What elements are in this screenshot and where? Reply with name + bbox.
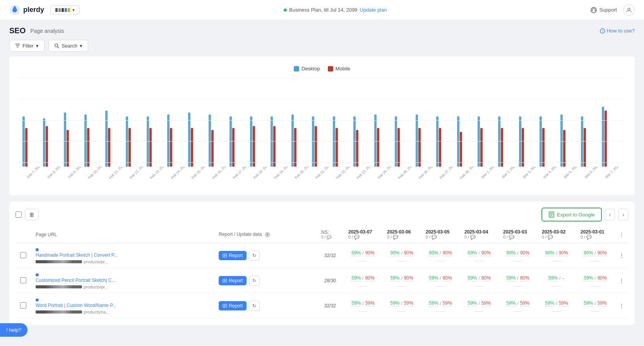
svg-point-2 bbox=[14, 6, 16, 9]
row-checkbox[interactable] bbox=[20, 252, 26, 258]
how-to-use-link[interactable]: ? How to use? bbox=[600, 28, 635, 34]
desktop-score: 59% bbox=[429, 300, 438, 307]
desktop-score: 90% bbox=[584, 250, 593, 256]
export-google-button[interactable]: Export to Google bbox=[541, 208, 602, 222]
next-icon: › bbox=[622, 211, 624, 218]
desktop-score: 59% bbox=[548, 275, 558, 281]
score-pair: 90% / 90% bbox=[426, 250, 455, 256]
delete-button[interactable]: 🗑 bbox=[25, 209, 39, 220]
chart-date-label: Mar 7, 2025 bbox=[605, 167, 625, 186]
mobile-score: 59% bbox=[481, 300, 491, 307]
row-checkbox[interactable] bbox=[20, 302, 26, 309]
desktop-score: 59% bbox=[351, 300, 361, 307]
score-pair: 59% / 59% bbox=[387, 300, 416, 307]
desktop-bar bbox=[209, 114, 211, 167]
score-cell-0: 69% / 90% ____ bbox=[344, 243, 382, 268]
help-floating-button[interactable]: ! help? bbox=[0, 323, 27, 325]
th-more: ⋮ bbox=[615, 226, 629, 243]
score-pair: 59% / 80% bbox=[387, 275, 416, 281]
score-cell-5: 59% / – ____ bbox=[537, 268, 576, 293]
bar-group bbox=[230, 116, 249, 167]
report-icon bbox=[223, 253, 227, 258]
next-page-button[interactable]: › bbox=[618, 209, 629, 220]
desktop-score: 59% bbox=[468, 275, 477, 281]
desktop-bar bbox=[457, 116, 459, 167]
bar-group bbox=[271, 116, 290, 167]
page-url-link[interactable]: Customized Pencil Portrait Sketch| C... bbox=[36, 278, 209, 283]
score-pair: 69% / 90% bbox=[464, 250, 494, 256]
mobile-checkbox[interactable] bbox=[328, 66, 333, 72]
score-cell-2: 59% / 80% ____ bbox=[421, 268, 460, 293]
bar-group bbox=[581, 116, 601, 167]
chart-area: Feb 7, 2025Feb 8, 2025Feb 9, 2025Feb 10,… bbox=[19, 78, 625, 186]
filter-label: Filter bbox=[22, 43, 34, 49]
report-icon bbox=[223, 278, 227, 283]
filter-button[interactable]: Filter ▾ bbox=[9, 40, 45, 52]
desktop-bar bbox=[64, 112, 66, 167]
page-url-link[interactable]: Handmade Portrait Sketch | Convert P... bbox=[36, 252, 209, 258]
report-help-icon[interactable]: ? bbox=[265, 232, 270, 237]
table-row: Word Portrait | Custom Word/Name P... pr… bbox=[15, 293, 629, 319]
score-pair: 69% / 90% bbox=[348, 250, 378, 256]
report-button[interactable]: Report bbox=[219, 251, 247, 260]
score-sub: ____ bbox=[581, 257, 610, 261]
th-page-url: Page URL bbox=[31, 226, 214, 243]
report-button[interactable]: Report bbox=[219, 276, 247, 285]
row-ns-cell: 32/32 bbox=[317, 243, 344, 268]
mobile-score: 90% bbox=[443, 250, 452, 256]
desktop-score: 59% bbox=[584, 275, 593, 281]
update-plan-link[interactable]: Update plan bbox=[360, 7, 387, 13]
svg-rect-13 bbox=[223, 279, 227, 282]
svg-point-6 bbox=[628, 8, 630, 10]
search-button[interactable]: Search ▾ bbox=[48, 40, 88, 52]
score-sub: ____ bbox=[542, 257, 571, 261]
url-sub: products/pr... bbox=[36, 259, 209, 264]
score-sub: ____ bbox=[503, 282, 533, 286]
url-bar-visual bbox=[36, 310, 82, 314]
score-cell-6: 90% / 90% ____ bbox=[576, 243, 615, 268]
row-ns-cell: 28/30 bbox=[317, 268, 344, 293]
refresh-button[interactable]: ↻ bbox=[249, 301, 260, 311]
row-url-cell: Word Portrait | Custom Word/Name P... pr… bbox=[31, 293, 214, 319]
desktop-checkbox[interactable] bbox=[294, 66, 299, 72]
plan-badge[interactable]: ▾ bbox=[50, 5, 80, 15]
refresh-button[interactable]: ↻ bbox=[249, 251, 260, 261]
svg-rect-14 bbox=[223, 304, 227, 307]
headset-icon bbox=[591, 7, 597, 13]
support-button[interactable]: Support bbox=[591, 7, 617, 13]
bar-group bbox=[22, 116, 42, 167]
row-more-cell[interactable]: ⋮ bbox=[615, 243, 629, 268]
mobile-score: 80% bbox=[365, 275, 375, 281]
svg-rect-4 bbox=[592, 10, 593, 11]
url-path: products/pr... bbox=[84, 285, 108, 289]
row-url-cell: Customized Pencil Portrait Sketch| C... … bbox=[31, 268, 214, 293]
score-sub: ____ bbox=[387, 257, 416, 261]
bar-group bbox=[84, 114, 104, 167]
ns-value: 32/32 bbox=[324, 253, 336, 258]
export-label: Export to Google bbox=[557, 212, 595, 218]
legend-mobile[interactable]: Mobile bbox=[328, 66, 350, 72]
row-more-cell[interactable]: ⋮ bbox=[615, 268, 629, 293]
score-pair: 90% / 90% bbox=[503, 250, 533, 256]
select-all-checkbox[interactable] bbox=[15, 211, 22, 218]
mobile-label: Mobile bbox=[336, 66, 350, 72]
bar-group bbox=[457, 116, 477, 167]
report-button[interactable]: Report bbox=[219, 301, 247, 310]
score-pair: 90% / 90% bbox=[542, 250, 571, 256]
page-url-link[interactable]: Word Portrait | Custom Word/Name P... bbox=[36, 303, 209, 308]
refresh-button[interactable]: ↻ bbox=[249, 276, 260, 286]
score-pair: 59% / 59% bbox=[426, 300, 455, 307]
desktop-score: 59% bbox=[429, 275, 438, 281]
row-more-cell[interactable]: ⋮ bbox=[615, 293, 629, 319]
score-sub: ____ bbox=[464, 307, 494, 312]
score-sub: ____ bbox=[581, 307, 610, 312]
desktop-score: 59% bbox=[506, 300, 516, 307]
row-checkbox[interactable] bbox=[20, 277, 26, 283]
legend-desktop[interactable]: Desktop bbox=[294, 66, 320, 72]
prev-page-button[interactable]: ‹ bbox=[605, 209, 615, 220]
url-path: products/pr... bbox=[84, 259, 108, 264]
mobile-bar bbox=[67, 130, 69, 167]
mobile-bar bbox=[418, 128, 421, 167]
url-bar-visual bbox=[36, 260, 82, 263]
user-avatar[interactable] bbox=[623, 4, 635, 16]
